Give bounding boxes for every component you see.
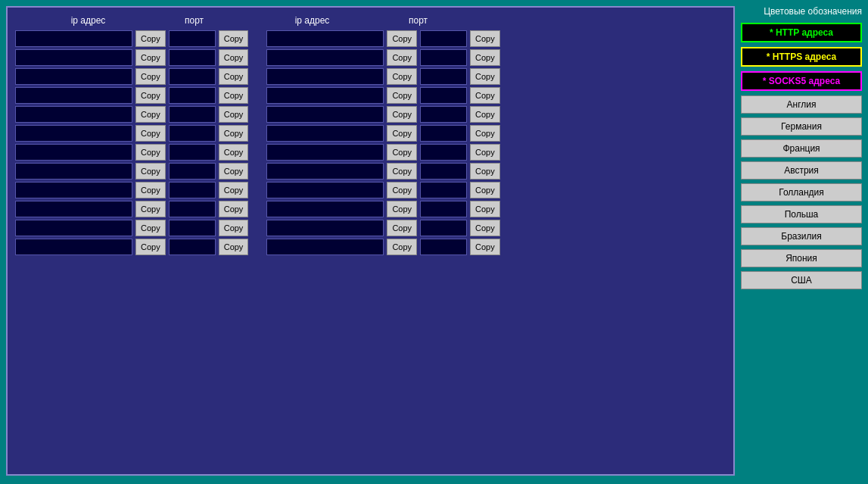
copy-ip-right-button[interactable]: Copy [387,106,417,123]
port-input-left[interactable] [169,182,216,198]
port-input-right[interactable] [420,87,467,104]
port-input-right[interactable] [420,239,467,255]
port-input-left[interactable] [169,106,216,123]
copy-ip-left-button[interactable]: Copy [135,201,166,217]
copy-ip-right-button[interactable]: Copy [387,49,417,66]
ip-input-left[interactable] [15,220,132,236]
copy-ip-right-button[interactable]: Copy [387,87,417,104]
copy-ip-left-button[interactable]: Copy [135,220,166,236]
port-input-left[interactable] [169,125,216,142]
ip-input-left[interactable] [15,106,132,123]
ip-input-left[interactable] [15,87,132,104]
copy-ip-right-button[interactable]: Copy [387,30,417,47]
country-button-3[interactable]: Австрия [741,161,862,180]
copy-port-right-button[interactable]: Copy [470,220,500,236]
port-input-right[interactable] [420,201,467,217]
copy-ip-right-button[interactable]: Copy [387,220,417,236]
copy-port-right-button[interactable]: Copy [470,125,500,142]
copy-port-left-button[interactable]: Copy [219,30,249,47]
country-button-2[interactable]: Франция [741,139,862,158]
port-input-right[interactable] [420,49,467,66]
country-button-8[interactable]: США [741,271,862,289]
legend-https-button[interactable]: * HTTPS адреса [741,47,862,67]
legend-socks5-button[interactable]: * SOCKS5 адреса [741,71,862,91]
copy-port-right-button[interactable]: Copy [470,163,500,180]
ip-input-left[interactable] [15,182,132,198]
copy-ip-left-button[interactable]: Copy [135,182,166,198]
copy-ip-left-button[interactable]: Copy [135,30,166,47]
port-input-left[interactable] [169,68,216,85]
copy-port-right-button[interactable]: Copy [470,201,500,217]
ip-input-right[interactable] [266,144,384,161]
ip-input-right[interactable] [266,49,384,66]
copy-port-right-button[interactable]: Copy [470,239,500,255]
copy-ip-right-button[interactable]: Copy [387,239,417,255]
copy-port-left-button[interactable]: Copy [219,68,249,85]
copy-port-right-button[interactable]: Copy [470,144,500,161]
ip-input-left[interactable] [15,201,132,217]
copy-ip-right-button[interactable]: Copy [387,163,417,180]
ip-input-right[interactable] [266,68,384,85]
port-input-right[interactable] [420,144,467,161]
copy-ip-left-button[interactable]: Copy [135,239,166,255]
port-input-left[interactable] [169,220,216,236]
copy-port-left-button[interactable]: Copy [219,106,249,123]
country-button-5[interactable]: Польша [741,205,862,223]
copy-ip-right-button[interactable]: Copy [387,125,417,142]
copy-ip-right-button[interactable]: Copy [387,201,417,217]
country-button-6[interactable]: Бразилия [741,227,862,245]
copy-ip-left-button[interactable]: Copy [135,68,166,85]
country-button-0[interactable]: Англия [741,95,862,114]
port-input-right[interactable] [420,106,467,123]
ip-input-right[interactable] [266,30,384,47]
copy-ip-right-button[interactable]: Copy [387,68,417,85]
copy-port-left-button[interactable]: Copy [219,220,249,236]
copy-port-left-button[interactable]: Copy [219,87,249,104]
ip-input-left[interactable] [15,68,132,85]
ip-input-right[interactable] [266,163,384,180]
port-input-left[interactable] [169,30,216,47]
port-input-right[interactable] [420,182,467,198]
copy-ip-right-button[interactable]: Copy [387,182,417,198]
copy-port-left-button[interactable]: Copy [219,125,249,142]
ip-input-right[interactable] [266,106,384,123]
copy-port-right-button[interactable]: Copy [470,106,500,123]
port-input-left[interactable] [169,49,216,66]
country-button-4[interactable]: Голландия [741,183,862,201]
port-input-left[interactable] [169,201,216,217]
copy-ip-left-button[interactable]: Copy [135,49,166,66]
port-input-right[interactable] [420,163,467,180]
copy-port-left-button[interactable]: Copy [219,49,249,66]
port-input-left[interactable] [169,163,216,180]
copy-port-left-button[interactable]: Copy [219,201,249,217]
port-input-left[interactable] [169,144,216,161]
copy-port-right-button[interactable]: Copy [470,68,500,85]
copy-port-right-button[interactable]: Copy [470,87,500,104]
ip-input-right[interactable] [266,87,384,104]
ip-input-left[interactable] [15,163,132,180]
ip-input-left[interactable] [15,125,132,142]
ip-input-right[interactable] [266,125,384,142]
copy-ip-left-button[interactable]: Copy [135,125,166,142]
ip-input-left[interactable] [15,30,132,47]
copy-ip-left-button[interactable]: Copy [135,87,166,104]
copy-port-left-button[interactable]: Copy [219,163,249,180]
country-button-1[interactable]: Германия [741,117,862,136]
copy-ip-left-button[interactable]: Copy [135,144,166,161]
copy-ip-right-button[interactable]: Copy [387,144,417,161]
port-input-right[interactable] [420,220,467,236]
copy-port-left-button[interactable]: Copy [219,182,249,198]
port-input-right[interactable] [420,68,467,85]
ip-input-left[interactable] [15,239,132,255]
ip-input-left[interactable] [15,144,132,161]
copy-port-left-button[interactable]: Copy [219,239,249,255]
ip-input-left[interactable] [15,49,132,66]
country-button-7[interactable]: Япония [741,249,862,267]
ip-input-right[interactable] [266,201,384,217]
port-input-right[interactable] [420,125,467,142]
port-input-left[interactable] [169,87,216,104]
port-input-left[interactable] [169,239,216,255]
copy-ip-left-button[interactable]: Copy [135,163,166,180]
legend-http-button[interactable]: * HTTP адреса [741,23,862,42]
copy-port-left-button[interactable]: Copy [219,144,249,161]
